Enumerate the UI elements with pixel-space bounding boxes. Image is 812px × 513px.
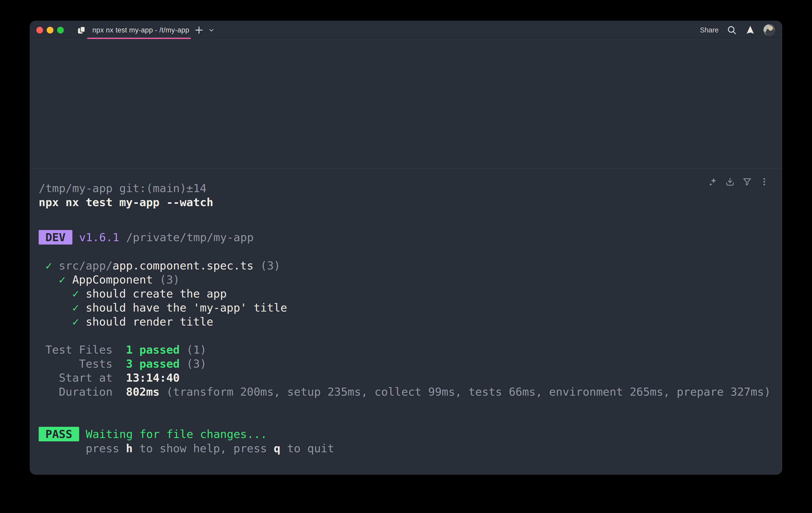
pages-icon xyxy=(76,25,87,35)
summary-value: 802ms xyxy=(126,385,160,398)
suite-count: (3) xyxy=(153,273,180,286)
block-more-options-button[interactable] xyxy=(759,177,770,187)
help-text: press xyxy=(39,442,126,455)
pass-badge: PASS xyxy=(39,427,79,441)
tab-dropdown-button[interactable] xyxy=(208,27,215,33)
summary-label: Duration xyxy=(39,385,126,398)
check-icon: ✓ xyxy=(39,315,86,328)
sparkles-icon xyxy=(708,177,718,187)
summary-value: 13:14:40 xyxy=(126,371,180,384)
summary-label: Start at xyxy=(39,371,126,384)
blank-line xyxy=(39,245,782,259)
test-name: should render title xyxy=(86,315,213,328)
spec-path: src/app/ xyxy=(59,259,113,272)
warp-terminal-window: npx nx test my-app - /t/my-app Sh xyxy=(30,21,782,475)
help-key-h: h xyxy=(126,442,133,455)
check-icon: ✓ xyxy=(39,259,59,272)
summary-label: Test Files xyxy=(39,343,126,356)
check-icon: ✓ xyxy=(39,273,72,286)
blank-line xyxy=(39,413,782,427)
filter-icon xyxy=(742,177,752,187)
command-line: npx nx test my-app --watch xyxy=(39,195,782,209)
help-text: to show help, press xyxy=(133,442,274,455)
watch-status-text: Waiting for file changes... xyxy=(86,428,267,440)
spec-count: (3) xyxy=(254,259,281,272)
test-name: should have the 'my-app' title xyxy=(86,301,287,314)
zoom-button[interactable] xyxy=(57,27,64,33)
prompt-text: /tmp/my-app git:(main)±14 xyxy=(39,182,206,195)
check-icon: ✓ xyxy=(39,287,86,300)
dev-badge: DEV xyxy=(39,230,72,245)
ai-explain-button[interactable] xyxy=(708,177,718,187)
summary-test-files: Test Files 1 passed (1) xyxy=(39,343,782,357)
new-tab-button[interactable] xyxy=(194,25,204,35)
title-bar: npx nx test my-app - /t/my-app Sh xyxy=(30,21,782,39)
plus-icon xyxy=(194,25,204,35)
summary-breakdown: (transform 200ms, setup 235ms, collect 9… xyxy=(160,385,771,398)
test-case-line: ✓ should create the app xyxy=(39,287,782,301)
tab-active-indicator xyxy=(87,38,191,39)
help-line: press h to show help, press q to quit xyxy=(39,441,782,455)
blank-line xyxy=(39,399,782,413)
help-key-q: q xyxy=(274,442,281,455)
tab-title: npx nx test my-app - /t/my-app xyxy=(92,26,190,34)
test-case-line: ✓ should render title xyxy=(39,315,782,329)
prompt-line: /tmp/my-app git:(main)±14 xyxy=(39,181,782,195)
search-icon xyxy=(726,25,737,35)
dev-server-line: DEVv1.6.1 /private/tmp/my-app xyxy=(39,230,782,245)
terminal-tab[interactable]: npx nx test my-app - /t/my-app xyxy=(71,21,194,39)
close-button[interactable] xyxy=(36,27,43,33)
check-icon: ✓ xyxy=(39,301,86,314)
spec-filename: app.component.spec.ts xyxy=(113,259,254,272)
command-block[interactable]: /tmp/my-app git:(main)±14npx nx test my-… xyxy=(30,168,782,474)
test-case-line: ✓ should have the 'my-app' title xyxy=(39,301,782,315)
more-vertical-icon xyxy=(759,177,770,187)
vitest-version: v1.6.1 xyxy=(79,231,119,244)
summary-value: 1 passed xyxy=(126,343,180,356)
warp-logo-icon xyxy=(745,25,755,35)
summary-value: 3 passed xyxy=(126,357,180,370)
summary-start-at: Start at 13:14:40 xyxy=(39,371,782,385)
download-icon xyxy=(725,177,735,187)
chevron-down-icon xyxy=(208,27,215,33)
suite-name: AppComponent xyxy=(72,273,153,286)
test-name: should create the app xyxy=(86,287,227,300)
user-avatar[interactable] xyxy=(763,24,775,36)
filter-output-button[interactable] xyxy=(742,177,752,187)
blank-line xyxy=(39,329,782,343)
pass-status-line: PASSWaiting for file changes... xyxy=(39,427,782,441)
summary-total: (3) xyxy=(180,357,207,370)
minimize-button[interactable] xyxy=(47,27,53,33)
block-toolbar xyxy=(708,177,770,187)
share-button[interactable]: Share xyxy=(700,26,719,34)
terminal-lines: /tmp/my-app git:(main)±14npx nx test my-… xyxy=(39,181,782,455)
download-block-button[interactable] xyxy=(725,177,735,187)
terminal-scrollback xyxy=(30,39,782,168)
summary-label: Tests xyxy=(39,357,126,370)
spacer xyxy=(39,209,782,230)
warp-menu-button[interactable] xyxy=(745,25,755,35)
summary-total: (1) xyxy=(180,343,207,356)
spec-file-line: ✓ src/app/app.component.spec.ts (3) xyxy=(39,259,782,273)
help-text: to quit xyxy=(281,442,334,455)
summary-tests: Tests 3 passed (3) xyxy=(39,357,782,371)
search-button[interactable] xyxy=(726,25,737,35)
working-directory: /private/tmp/my-app xyxy=(119,231,254,244)
summary-duration: Duration 802ms (transform 200ms, setup 2… xyxy=(39,385,782,399)
suite-line: ✓ AppComponent (3) xyxy=(39,273,782,287)
command-text: npx nx test my-app --watch xyxy=(39,196,213,209)
